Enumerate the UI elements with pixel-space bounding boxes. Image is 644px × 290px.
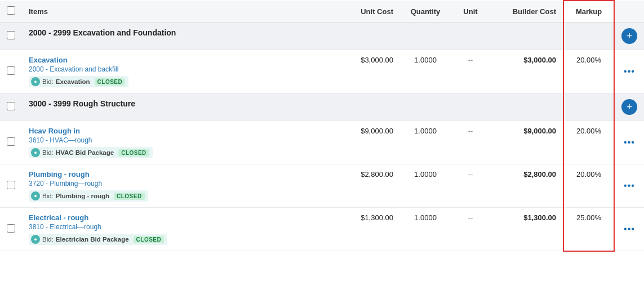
item-menu-button[interactable]: ••• [621,136,637,149]
item-menu-button[interactable]: ••• [621,180,637,192]
header-markup: Markup [563,1,614,23]
header-quantity: Quantity [400,1,451,23]
bid-tag: ● Bid: Electrician Bid Package CLOSED [29,234,167,245]
item-details-cell: Hcav Rough in 3610 - HVAC—rough ● Bid: H… [22,121,338,164]
header-unit: Unit [451,1,490,23]
item-menu-button[interactable]: ••• [621,65,637,78]
section-checkbox[interactable] [7,102,15,110]
bid-name: Excavation [56,78,90,85]
section-add-cell: + [614,93,644,121]
item-name[interactable]: Hcav Rough in [29,127,331,135]
unit-cost-cell: $1,300.00 [338,208,400,251]
item-checkbox-cell [0,121,22,164]
section-checkbox-cell [0,93,22,121]
item-actions-cell: ••• [614,121,644,164]
section-label: 2000 - 2999 Excavation and Foundation [22,23,563,50]
item-checkbox-cell [0,208,22,251]
section-row: 3000 - 3999 Rough Structure + [0,93,644,121]
item-checkbox[interactable] [7,66,15,75]
bid-name: Plumbing - rough [56,193,109,199]
table-row: Plumbing - rough 3720 - Plumbing—rough ●… [0,164,644,208]
builder-cost-cell: $9,000.00 [490,121,563,164]
unit-cell: -- [451,50,490,93]
builder-cost-cell: $2,800.00 [490,164,563,208]
section-checkbox-cell [0,23,22,50]
cost-table: Items Unit Cost Quantity Unit Builder Co… [0,0,644,252]
builder-cost-cell: $3,000.00 [490,50,563,93]
bid-icon: ● [31,148,40,157]
unit-cell: -- [451,121,490,164]
header-actions [614,1,644,23]
markup-value: 20.00% [576,56,601,64]
bid-name: Electrician Bid Package [56,236,129,243]
bid-label: Bid: [42,78,54,85]
section-checkbox[interactable] [7,31,15,39]
quantity-cell: 1.0000 [400,50,451,93]
section-add-cell: + [614,23,644,50]
quantity-cell: 1.0000 [400,164,451,208]
cost-table-container: Items Unit Cost Quantity Unit Builder Co… [0,0,644,252]
unit-cost-cell: $3,000.00 [338,50,400,93]
quantity-cell: 1.0000 [400,121,451,164]
bid-icon: ● [31,191,40,200]
item-name[interactable]: Excavation [29,56,331,64]
section-label: 3000 - 3999 Rough Structure [22,93,563,121]
section-add-button[interactable]: + [621,99,637,115]
item-sub: 3810 - Electrical—rough [29,223,331,231]
bid-tag: ● Bid: Plumbing - rough CLOSED [29,190,148,202]
item-actions-cell: ••• [614,208,644,251]
header-checkbox-col [0,1,22,23]
markup-cell: 25.00% [563,208,614,251]
item-details-cell: Plumbing - rough 3720 - Plumbing—rough ●… [22,164,338,208]
item-checkbox[interactable] [7,224,15,233]
table-row: Electrical - rough 3810 - Electrical—rou… [0,208,644,251]
item-name[interactable]: Plumbing - rough [29,170,331,179]
item-checkbox[interactable] [7,181,15,189]
markup-cell: 20.00% [563,164,614,208]
bid-tag: ● Bid: HVAC Bid Package CLOSED [29,147,153,158]
closed-badge: CLOSED [134,236,165,243]
unit-cost-cell: $2,800.00 [338,164,400,208]
markup-cell: 20.00% [563,121,614,164]
header-items: Items [22,1,338,23]
item-sub: 3610 - HVAC—rough [29,136,331,144]
item-checkbox-cell [0,164,22,208]
section-markup-cell [563,23,614,50]
item-details-cell: Electrical - rough 3810 - Electrical—rou… [22,208,338,251]
item-name[interactable]: Electrical - rough [29,213,331,222]
builder-cost-cell: $1,300.00 [490,208,563,251]
unit-cell: -- [451,208,490,251]
table-row: Hcav Rough in 3610 - HVAC—rough ● Bid: H… [0,121,644,164]
bid-name: HVAC Bid Package [56,149,114,156]
item-sub: 2000 - Excavation and backfill [29,65,331,73]
bid-icon: ● [31,77,40,86]
section-add-button[interactable]: + [621,28,637,44]
markup-value: 20.00% [576,170,601,179]
select-all-checkbox[interactable] [7,6,15,15]
unit-cost-cell: $9,000.00 [338,121,400,164]
bid-icon: ● [31,235,40,244]
item-details-cell: Excavation 2000 - Excavation and backfil… [22,50,338,93]
section-row: 2000 - 2999 Excavation and Foundation + [0,23,644,50]
bid-label: Bid: [42,149,54,156]
header-builder-cost: Builder Cost [490,1,563,23]
bid-tag: ● Bid: Excavation CLOSED [29,76,128,87]
item-checkbox[interactable] [7,137,15,146]
item-checkbox-cell [0,50,22,93]
table-row: Excavation 2000 - Excavation and backfil… [0,50,644,93]
unit-cell: -- [451,164,490,208]
item-actions-cell: ••• [614,164,644,208]
closed-badge: CLOSED [118,149,149,157]
item-actions-cell: ••• [614,50,644,93]
header-unit-cost: Unit Cost [338,1,400,23]
markup-value: 20.00% [576,127,601,135]
closed-badge: CLOSED [114,193,145,200]
bid-label: Bid: [42,236,54,243]
markup-value: 25.00% [576,213,601,222]
item-menu-button[interactable]: ••• [621,223,637,235]
markup-cell: 20.00% [563,50,614,93]
bid-label: Bid: [42,193,54,199]
quantity-cell: 1.0000 [400,208,451,251]
item-sub: 3720 - Plumbing—rough [29,180,331,188]
closed-badge: CLOSED [95,78,126,86]
